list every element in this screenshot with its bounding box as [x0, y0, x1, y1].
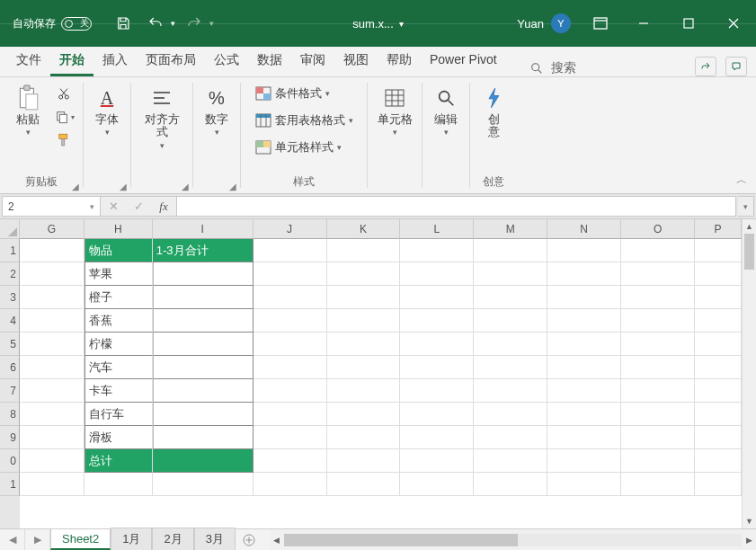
- col-header-H[interactable]: H: [84, 219, 153, 239]
- number-launcher[interactable]: ◢: [227, 181, 238, 191]
- cell[interactable]: [400, 333, 474, 356]
- col-header-M[interactable]: M: [474, 219, 547, 239]
- ribbon-display-button[interactable]: [580, 0, 621, 47]
- cell[interactable]: 苹果: [84, 262, 153, 286]
- cell[interactable]: [621, 333, 695, 356]
- cell[interactable]: [153, 286, 253, 309]
- comments-button[interactable]: [725, 57, 747, 76]
- cell[interactable]: [621, 426, 695, 449]
- window-title[interactable]: sum.x... ▾: [352, 17, 404, 31]
- cell[interactable]: [547, 473, 621, 496]
- cell[interactable]: [621, 473, 695, 496]
- cell[interactable]: 柠檬: [84, 333, 153, 356]
- redo-button[interactable]: [181, 11, 208, 36]
- enter-formula-button[interactable]: ✓: [126, 200, 151, 213]
- cell[interactable]: [547, 286, 621, 309]
- cell-styles-button[interactable]: 单元格样式▾: [255, 139, 342, 155]
- cell[interactable]: [153, 309, 253, 333]
- cell[interactable]: [327, 426, 401, 449]
- cell[interactable]: 总计: [84, 449, 153, 473]
- cell[interactable]: [253, 239, 327, 262]
- tab-Power Pivot[interactable]: Power Pivot: [421, 47, 506, 76]
- cell[interactable]: 卡车: [84, 379, 153, 403]
- row-header[interactable]: 9: [0, 426, 20, 449]
- col-header-N[interactable]: N: [547, 219, 621, 239]
- col-header-O[interactable]: O: [621, 219, 695, 239]
- sheet-tab-1月[interactable]: 1月: [111, 528, 152, 550]
- cell[interactable]: [695, 333, 742, 356]
- cell[interactable]: 物品: [84, 239, 153, 262]
- select-all-button[interactable]: [0, 219, 20, 239]
- name-box[interactable]: 2 ▾: [2, 196, 101, 217]
- col-header-K[interactable]: K: [327, 219, 401, 239]
- cell[interactable]: [621, 379, 695, 403]
- tab-数据[interactable]: 数据: [248, 47, 291, 76]
- cell[interactable]: [20, 262, 84, 286]
- title-dropdown-icon[interactable]: ▾: [399, 19, 404, 29]
- cell[interactable]: [695, 286, 742, 309]
- cell[interactable]: [153, 262, 253, 286]
- col-header-L[interactable]: L: [400, 219, 474, 239]
- cell[interactable]: [695, 356, 742, 379]
- col-header-J[interactable]: J: [253, 219, 327, 239]
- row-header[interactable]: 1: [0, 239, 20, 262]
- cell[interactable]: [20, 473, 84, 496]
- cell[interactable]: [20, 286, 84, 309]
- row-header[interactable]: 0: [0, 449, 20, 473]
- row-header[interactable]: 3: [0, 286, 20, 309]
- cell[interactable]: [253, 333, 327, 356]
- cell[interactable]: [400, 286, 474, 309]
- cell[interactable]: [327, 403, 401, 426]
- column-headers[interactable]: GHIJKLMNOP: [20, 219, 742, 239]
- cell[interactable]: [153, 403, 253, 426]
- vscroll-thumb[interactable]: [744, 234, 754, 270]
- cell[interactable]: [20, 379, 84, 403]
- cell[interactable]: [474, 403, 547, 426]
- cell[interactable]: [20, 239, 84, 262]
- format-as-table-button[interactable]: 套用表格格式▾: [255, 112, 353, 129]
- format-painter-button[interactable]: [53, 129, 75, 151]
- tab-插入[interactable]: 插入: [93, 47, 137, 76]
- tab-页面布局[interactable]: 页面布局: [137, 47, 205, 76]
- cell[interactable]: [400, 262, 474, 286]
- maximize-button[interactable]: [666, 0, 711, 47]
- cell[interactable]: [400, 379, 474, 403]
- cell[interactable]: [327, 379, 401, 403]
- cell[interactable]: [474, 449, 547, 473]
- cell[interactable]: [474, 356, 547, 379]
- cell[interactable]: [400, 473, 474, 496]
- tab-开始[interactable]: 开始: [50, 47, 93, 76]
- close-button[interactable]: [711, 0, 756, 47]
- tab-审阅[interactable]: 审阅: [291, 47, 334, 76]
- tab-视图[interactable]: 视图: [334, 47, 378, 76]
- cell[interactable]: [400, 403, 474, 426]
- cell[interactable]: [695, 449, 742, 473]
- cell[interactable]: [621, 403, 695, 426]
- paste-button[interactable]: 粘贴 ▾: [8, 81, 48, 137]
- number-button[interactable]: % 数字 ▾: [197, 81, 236, 137]
- cell[interactable]: 自行车: [84, 403, 153, 426]
- cell[interactable]: [253, 379, 327, 403]
- cell[interactable]: [327, 473, 401, 496]
- tab-公式[interactable]: 公式: [205, 47, 248, 76]
- scroll-up-button[interactable]: ▲: [743, 219, 756, 234]
- hscroll-thumb[interactable]: [284, 534, 518, 546]
- cell[interactable]: [695, 239, 742, 262]
- share-button[interactable]: [695, 57, 716, 76]
- cell[interactable]: [474, 473, 547, 496]
- insert-function-button[interactable]: fx: [151, 200, 176, 214]
- cell[interactable]: [695, 379, 742, 403]
- cell[interactable]: [400, 449, 474, 473]
- cell[interactable]: [474, 239, 547, 262]
- cell[interactable]: [153, 333, 253, 356]
- cell[interactable]: [621, 239, 695, 262]
- cell[interactable]: [695, 473, 742, 496]
- cell[interactable]: [547, 356, 621, 379]
- copy-button[interactable]: ▾: [53, 106, 75, 128]
- cells-button[interactable]: 单元格 ▾: [375, 81, 414, 137]
- cell[interactable]: [153, 449, 253, 473]
- cell[interactable]: [474, 426, 547, 449]
- cell[interactable]: [400, 309, 474, 333]
- cell[interactable]: [474, 286, 547, 309]
- cell[interactable]: [400, 426, 474, 449]
